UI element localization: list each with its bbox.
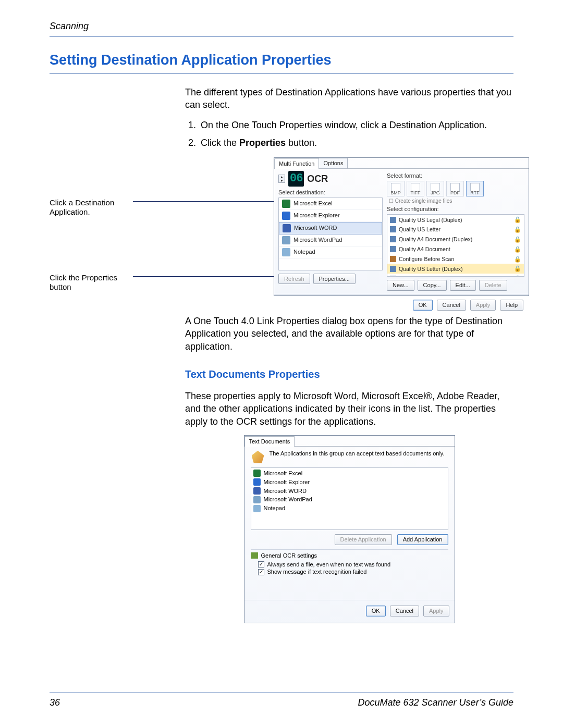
cancel-button[interactable]: Cancel xyxy=(437,300,466,311)
app-icon xyxy=(253,487,261,495)
apply-button[interactable]: Apply xyxy=(423,606,449,616)
app-label: Microsoft Excel xyxy=(264,470,303,477)
help-button[interactable]: Help xyxy=(500,300,523,311)
ocr-number: 06 xyxy=(288,171,304,187)
lock-icon: 🔒 xyxy=(514,236,521,243)
callout-destination: Click a Destination Application. xyxy=(50,198,138,217)
app-label: Notepad xyxy=(264,504,286,512)
destination-item[interactable]: Microsoft WORD xyxy=(279,222,382,235)
config-icon xyxy=(390,226,396,232)
page-number: 36 xyxy=(50,697,60,708)
sub-intro: These properties apply to Microsoft Word… xyxy=(185,390,513,428)
app-icon xyxy=(282,212,290,220)
destination-item[interactable]: Microsoft Excel xyxy=(279,198,382,210)
single-image-checkbox[interactable]: ☐ Create single image files xyxy=(389,198,524,205)
refresh-button[interactable]: Refresh xyxy=(278,274,310,285)
ok-button[interactable]: OK xyxy=(413,300,433,311)
delete-application-button[interactable]: Delete Application xyxy=(335,534,392,545)
application-item[interactable]: Notepad xyxy=(253,504,446,513)
tab-text-documents[interactable]: Text Documents xyxy=(244,436,295,447)
section-name: Scanning xyxy=(50,21,89,31)
destination-label: Microsoft Excel xyxy=(293,200,333,207)
config-label: Quality US Letter xyxy=(399,226,440,233)
main-heading: Setting Destination Application Properti… xyxy=(50,52,513,73)
after-figure-paragraph: A One Touch 4.0 Link Properties dialog b… xyxy=(185,315,513,353)
select-format-label: Select format: xyxy=(387,172,524,180)
single-image-label: Create single image files xyxy=(395,198,452,204)
check-show-message[interactable]: ✓Show message if text recognition failed xyxy=(258,568,448,576)
app-icon xyxy=(282,236,290,244)
ocr-group-label: General OCR settings xyxy=(261,552,317,560)
application-list[interactable]: Microsoft ExcelMicrosoft ExplorerMicroso… xyxy=(251,467,448,530)
app-label: Microsoft WordPad xyxy=(264,496,312,503)
config-label: Quality A4 Document xyxy=(399,245,450,253)
application-item[interactable]: Microsoft Excel xyxy=(253,469,446,478)
config-icon xyxy=(390,266,396,272)
config-item[interactable]: Quality US Legal (Duplex)🔒 xyxy=(387,215,524,225)
destination-item[interactable]: Microsoft WordPad xyxy=(279,235,382,246)
application-item[interactable]: Microsoft WordPad xyxy=(253,495,446,504)
destination-label: Notepad xyxy=(293,248,315,256)
ocr-label: OCR xyxy=(307,172,328,185)
tab-multi-function[interactable]: Multi Function xyxy=(274,158,319,169)
app-label: Microsoft Explorer xyxy=(264,478,310,486)
app-icon xyxy=(253,470,261,477)
select-destination-label: Select destination: xyxy=(278,189,383,196)
application-item[interactable]: Microsoft WORD xyxy=(253,487,446,496)
format-rtf[interactable]: RTF xyxy=(466,181,484,196)
destination-list[interactable]: Microsoft ExcelMicrosoft ExplorerMicroso… xyxy=(278,198,383,270)
format-jpg[interactable]: JPG xyxy=(426,181,444,196)
new-button[interactable]: New... xyxy=(387,280,414,291)
copy-button[interactable]: Copy... xyxy=(418,280,447,291)
add-application-button[interactable]: Add Application xyxy=(397,534,448,545)
lock-icon: 🔒 xyxy=(514,226,521,233)
select-config-label: Select configuration: xyxy=(387,205,524,213)
callout-properties: Click the Properties button xyxy=(50,273,138,292)
application-item[interactable]: Microsoft Explorer xyxy=(253,478,446,487)
ok-button[interactable]: OK xyxy=(366,606,386,616)
properties-button[interactable]: Properties... xyxy=(313,274,356,285)
edit-button[interactable]: Edit... xyxy=(450,280,476,291)
apply-button[interactable]: Apply xyxy=(470,300,496,311)
guide-title: DocuMate 632 Scanner User’s Guide xyxy=(358,697,514,708)
tab-options[interactable]: Options xyxy=(319,158,348,168)
dialog-tabs: Multi Function Options xyxy=(274,158,529,169)
callout-line xyxy=(133,201,274,202)
app-icon xyxy=(282,248,290,256)
destination-item[interactable]: Notepad xyxy=(279,246,382,258)
lock-icon: 🔒 xyxy=(514,265,521,273)
lock-icon: 🔒 xyxy=(514,255,521,263)
delete-button[interactable]: Delete xyxy=(479,280,507,291)
number-spinner[interactable]: ▲▼ xyxy=(278,175,285,183)
format-pdf[interactable]: PDF xyxy=(446,181,464,196)
config-item[interactable]: Quality US Letter (Duplex)🔒 xyxy=(387,264,524,274)
config-icon xyxy=(390,236,396,242)
config-item[interactable]: Quality A4 Document (Duplex)🔒 xyxy=(387,235,524,244)
destination-item[interactable]: Microsoft Explorer xyxy=(279,210,382,222)
page-footer: 36 DocuMate 632 Scanner User’s Guide xyxy=(50,693,513,708)
cancel-button[interactable]: Cancel xyxy=(390,606,419,616)
text-group-icon xyxy=(251,450,265,464)
check-label: Show message if text recognition failed xyxy=(267,568,367,576)
config-item[interactable]: Configure Before Scan🔒 xyxy=(387,254,524,264)
lock-icon: 🔒 xyxy=(514,216,521,224)
app-icon xyxy=(253,496,261,503)
app-icon xyxy=(253,505,261,512)
destination-label: Microsoft WORD xyxy=(294,224,337,232)
config-label: Quality A4 Document (Duplex) xyxy=(399,236,472,243)
app-icon xyxy=(283,224,291,232)
config-item[interactable]: Quality US Letter🔒 xyxy=(387,225,524,235)
step-list: On the One Touch Properties window, clic… xyxy=(185,119,513,150)
config-icon xyxy=(390,256,396,262)
ocr-group-icon xyxy=(251,552,258,559)
config-label: Quality US Legal (Duplex) xyxy=(399,216,462,224)
group-info-text: The Applications in this group can accep… xyxy=(270,450,445,458)
check-always-send[interactable]: ✓Always send a file, even when no text w… xyxy=(258,561,448,569)
page-header: Scanning xyxy=(50,21,513,36)
app-label: Microsoft WORD xyxy=(264,487,307,495)
format-tiff[interactable]: TIFF xyxy=(407,181,424,196)
figure-one-touch-properties: Click a Destination Application. Click t… xyxy=(185,157,513,303)
config-item[interactable]: Quality A4 Document🔒 xyxy=(387,244,524,254)
config-list[interactable]: Quality US Legal (Duplex)🔒Quality US Let… xyxy=(387,214,524,277)
format-bmp[interactable]: BMP xyxy=(387,181,405,196)
